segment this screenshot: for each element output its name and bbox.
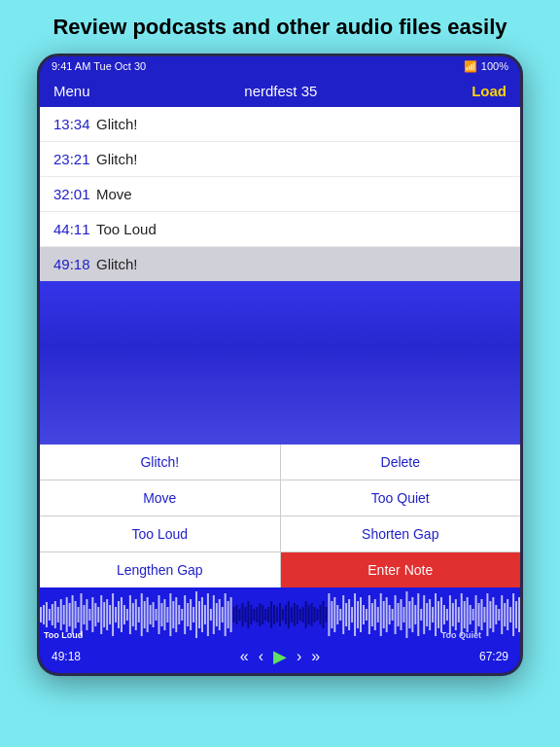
svg-rect-160 [501,595,503,634]
svg-rect-162 [507,599,508,630]
svg-rect-126 [402,607,404,622]
item-time: 44:11 [53,221,90,237]
list-item[interactable]: 23:21 Glitch! [40,142,520,177]
item-label: Too Loud [96,221,157,237]
lengthen-gap-button[interactable]: Lengthen Gap [40,552,280,587]
svg-rect-81 [273,605,275,624]
svg-rect-98 [322,601,324,628]
list-item-selected[interactable]: 49:18 Glitch! [40,247,520,281]
time-left: 49:18 [52,650,81,663]
svg-rect-71 [244,607,246,622]
svg-rect-51 [187,603,189,626]
svg-rect-3 [49,609,51,621]
item-time: 49:18 [53,256,90,272]
item-label: Glitch! [96,151,138,167]
svg-rect-61 [216,603,218,626]
waveform-area: Too Loud Too Quiet [40,587,520,642]
load-button[interactable]: Load [472,83,507,99]
svg-rect-73 [250,605,252,624]
svg-rect-110 [357,601,359,628]
svg-rect-75 [256,607,258,622]
svg-rect-66 [230,597,232,632]
glitch-button[interactable]: Glitch! [40,445,280,480]
status-time: 9:41 AM Tue Oct 30 [52,60,146,72]
svg-rect-164 [512,593,514,636]
svg-rect-141 [446,609,448,621]
svg-rect-92 [305,601,307,628]
svg-rect-52 [190,599,192,630]
play-button[interactable]: ▶ [273,646,287,667]
svg-rect-112 [363,605,365,624]
svg-rect-17 [88,609,90,621]
svg-rect-116 [374,599,376,630]
svg-rect-8 [63,605,65,624]
svg-rect-104 [339,609,341,621]
menu-button[interactable]: Menu [53,83,90,99]
svg-rect-150 [472,609,474,621]
svg-rect-139 [440,597,442,632]
svg-rect-144 [455,599,457,630]
delete-button[interactable]: Delete [281,445,521,480]
svg-rect-147 [464,601,466,628]
list-item[interactable]: 44:11 Too Loud [40,212,520,247]
svg-rect-84 [282,609,284,621]
svg-rect-20 [97,607,99,622]
shorten-gap-button[interactable]: Shorten Gap [281,516,521,551]
svg-rect-58 [207,593,209,636]
svg-rect-50 [184,595,186,634]
nav-bar: Menu nerdfest 35 Load [40,77,520,107]
item-label: Move [96,186,132,202]
item-time: 13:34 [53,116,90,132]
svg-rect-19 [94,603,96,626]
forward-far-button[interactable]: » [311,648,320,665]
svg-rect-125 [401,599,402,630]
svg-rect-130 [414,605,416,624]
too-loud-button[interactable]: Too Loud [40,516,280,551]
forward-button[interactable]: › [297,648,301,665]
svg-rect-100 [328,593,330,636]
svg-rect-49 [181,609,183,621]
svg-rect-86 [288,601,290,628]
svg-rect-59 [210,609,212,621]
svg-rect-88 [294,603,296,626]
svg-rect-4 [52,604,53,625]
item-time: 23:21 [53,151,90,167]
svg-rect-149 [470,605,472,624]
svg-rect-142 [449,595,451,634]
svg-rect-94 [311,603,313,626]
svg-rect-156 [489,601,491,628]
list-item[interactable]: 13:34 Glitch! [40,107,520,142]
svg-rect-11 [72,595,74,634]
enter-note-button[interactable]: Enter Note [281,552,521,587]
svg-rect-62 [219,599,221,630]
svg-rect-1 [43,605,45,624]
svg-rect-28 [121,597,122,632]
svg-rect-136 [432,607,434,622]
svg-rect-161 [504,603,506,626]
svg-rect-132 [420,609,422,621]
svg-rect-31 [129,595,131,634]
list-item[interactable]: 32:01 Move [40,177,520,212]
svg-rect-42 [160,603,162,626]
svg-rect-80 [270,601,272,628]
svg-rect-120 [386,597,388,632]
svg-rect-89 [297,605,298,624]
svg-rect-103 [336,605,338,624]
svg-rect-22 [103,602,105,627]
svg-rect-12 [75,601,77,628]
svg-rect-26 [115,607,117,622]
svg-rect-123 [395,595,397,634]
move-button[interactable]: Move [40,480,280,516]
svg-rect-133 [423,595,425,634]
nav-title: nerdfest 35 [244,83,317,99]
too-quiet-button[interactable]: Too Quiet [281,480,521,516]
rewind-far-button[interactable]: « [240,648,249,665]
svg-rect-46 [172,601,174,628]
svg-rect-145 [458,607,460,622]
time-right: 67:29 [479,650,508,663]
device-frame: 9:41 AM Tue Oct 30 📶 100% Menu nerdfest … [37,53,523,676]
battery-level: 100% [481,60,508,72]
blue-area [40,281,520,445]
rewind-button[interactable]: ‹ [259,648,263,665]
svg-rect-21 [100,595,102,634]
